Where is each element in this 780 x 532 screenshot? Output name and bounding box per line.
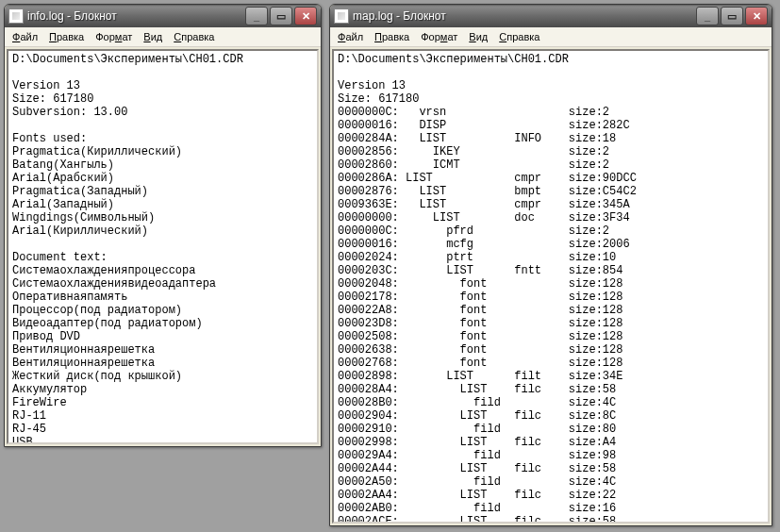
notepad-window-map: map.log - Блокнот _ ▭ ✕ ФайлПравкаФормат…: [329, 4, 772, 526]
menu-item[interactable]: Правка: [43, 29, 90, 44]
window-title: map.log - Блокнот: [353, 9, 696, 23]
text-content[interactable]: D:\Documents\Эксперименты\CH01.CDR Versi…: [8, 51, 317, 442]
client-area: D:\Documents\Эксперименты\CH01.CDR Versi…: [332, 49, 770, 524]
window-title: info.log - Блокнот: [27, 9, 245, 23]
menu-item[interactable]: Формат: [90, 29, 138, 44]
menu-item[interactable]: Справка: [168, 29, 220, 44]
menubar: ФайлПравкаФорматВидСправка: [5, 27, 321, 47]
minimize-button[interactable]: _: [696, 7, 719, 25]
menu-item[interactable]: Файл: [7, 29, 43, 44]
titlebar[interactable]: info.log - Блокнот _ ▭ ✕: [5, 5, 321, 27]
menubar: ФайлПравкаФорматВидСправка: [330, 27, 772, 47]
window-controls: _ ▭ ✕: [696, 7, 768, 25]
close-button[interactable]: ✕: [294, 7, 317, 25]
client-area: D:\Documents\Эксперименты\CH01.CDR Versi…: [7, 49, 319, 444]
text-content[interactable]: D:\Documents\Эксперименты\CH01.CDR Versi…: [334, 51, 768, 522]
window-controls: _ ▭ ✕: [245, 7, 317, 25]
menu-item[interactable]: Вид: [138, 29, 168, 44]
app-icon: [334, 8, 349, 24]
titlebar[interactable]: map.log - Блокнот _ ▭ ✕: [330, 5, 772, 27]
menu-item[interactable]: Правка: [369, 29, 415, 44]
minimize-button[interactable]: _: [245, 7, 268, 25]
maximize-button[interactable]: ▭: [721, 7, 743, 25]
menu-item[interactable]: Формат: [415, 29, 463, 44]
menu-item[interactable]: Справка: [493, 29, 545, 44]
menu-item[interactable]: Вид: [463, 29, 493, 44]
menu-item[interactable]: Файл: [332, 29, 369, 44]
maximize-button[interactable]: ▭: [270, 7, 292, 25]
app-icon: [8, 8, 24, 24]
close-button[interactable]: ✕: [745, 7, 768, 25]
notepad-window-info: info.log - Блокнот _ ▭ ✕ ФайлПравкаФорма…: [4, 4, 322, 447]
